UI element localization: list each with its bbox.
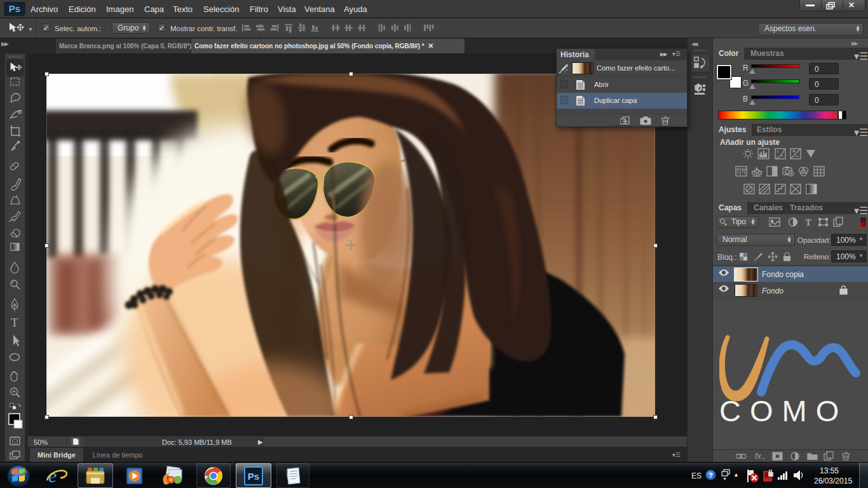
svg-text:T: T bbox=[11, 316, 18, 329]
svg-text:fx: fx bbox=[755, 451, 762, 461]
svg-text:T: T bbox=[805, 217, 811, 227]
svg-text:COMO: COMO bbox=[719, 394, 848, 428]
